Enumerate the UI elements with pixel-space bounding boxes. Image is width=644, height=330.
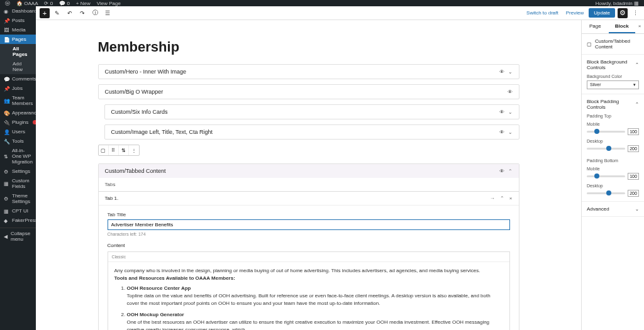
updates-link[interactable]: ⟳ 0 — [44, 1, 53, 6]
site-link[interactable]: 🏠 OAAA — [16, 1, 38, 6]
view-page-link[interactable]: View Page — [97, 1, 121, 6]
wp-logo-icon[interactable]: ⓦ — [5, 0, 10, 6]
admin-bar: ⓦ 🏠 OAAA ⟳ 0 💬 0 + New View Page Howdy, … — [0, 0, 644, 6]
howdy-link[interactable]: Howdy, bdadmin ▦ — [596, 1, 639, 6]
new-link[interactable]: + New — [76, 1, 91, 6]
comments-link[interactable]: 💬 0 — [59, 1, 70, 6]
